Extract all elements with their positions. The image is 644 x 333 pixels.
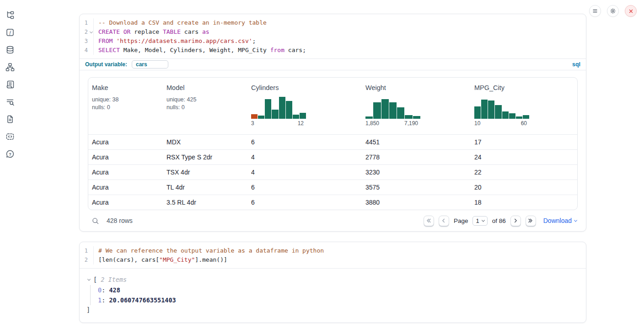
file-tree-icon[interactable] [5,10,15,20]
code-line[interactable]: 4SELECT Make, Model, Cylinders, Weight, … [80,46,586,55]
histogram-bar[interactable] [413,116,420,119]
code-line[interactable]: 1# We can reference the output variable … [80,246,586,255]
column-name: Make [92,84,159,91]
code-line[interactable]: 2CREATE OR replace TABLE cars as [80,27,586,37]
table-row[interactable]: AcuraRSX Type S 2dr4277824 [88,149,577,164]
line-number: 2 [80,255,94,264]
first-page-button[interactable] [424,216,434,226]
column-header-make[interactable]: Make unique: 38 nulls: 0 [88,78,163,134]
last-page-button[interactable] [526,216,536,226]
table-row[interactable]: AcuraTL 4dr6357520 [88,180,577,195]
table-body: AcuraMDX6445117AcuraRSX Type S 2dr427782… [88,134,577,210]
histogram-bar[interactable] [495,105,501,119]
page-label: Page [454,217,468,224]
code-line[interactable]: 1-- Download a CSV and create an in-memo… [80,18,586,27]
histogram-bar[interactable] [397,107,404,119]
code-text: SELECT Make, Model, Cylinders, Weight, M… [94,46,306,55]
table-cell: 18 [471,199,577,206]
column-header-cylinders[interactable]: Cylinders 312 [247,78,362,134]
output-variable-input[interactable] [132,60,168,69]
code-text: -- Download a CSV and create an in-memor… [94,18,267,27]
histogram-bar[interactable] [474,106,481,119]
download-label: Download [543,217,572,224]
histogram-bar[interactable] [279,97,285,119]
table-header: Make unique: 38 nulls: 0 Model unique: 4… [88,78,577,134]
histogram-bar[interactable] [381,99,389,119]
code-line[interactable]: 3FROM 'https://datasets.marimo.app/cars.… [80,37,586,46]
histogram-bar[interactable] [405,115,412,119]
previous-page-button[interactable] [439,216,449,226]
stat-unique: unique: 38 [92,96,159,104]
table-row[interactable]: AcuraTSX 4dr4323022 [88,164,577,180]
line-number: 1 [80,246,94,255]
variables-icon[interactable]: f [5,27,15,37]
hist-min-label: 1,850 [365,120,379,127]
shutdown-button[interactable] [625,5,637,17]
column-stats: unique: 38 nulls: 0 [92,96,159,111]
svg-text:?: ? [9,152,11,157]
settings-button[interactable] [607,5,619,17]
collapse-chevron-icon[interactable] [87,277,91,280]
database-icon[interactable] [5,45,15,55]
code-text: # We can reference the output variable a… [94,246,324,255]
histogram-bar[interactable] [509,113,515,119]
histogram-bar[interactable] [389,102,397,119]
code-line[interactable]: 2[len(cars), cars["MPG_City"].mean()] [80,255,586,264]
menu-button[interactable] [589,5,601,17]
column-header-weight[interactable]: Weight 1,8507,190 [362,78,471,134]
histogram-bar[interactable] [286,101,292,119]
dependency-graph-icon[interactable] [5,62,15,72]
histogram-bar[interactable] [516,116,522,119]
line-number: 4 [80,46,94,55]
language-badge[interactable]: sql [572,61,580,68]
help-icon[interactable]: ? [5,149,15,159]
sql-code-editor[interactable]: 1-- Download a CSV and create an in-memo… [80,14,586,58]
table-cell: MDX [163,138,247,146]
topbar-actions [589,5,637,17]
tree-entry: 1: 20.060747663551403 [98,295,578,305]
histogram-bar[interactable] [365,116,373,119]
histogram-bar[interactable] [265,99,271,119]
next-page-button[interactable] [510,216,521,226]
table-row[interactable]: AcuraMDX6445117 [88,134,577,149]
hist-min-label: 3 [251,120,254,127]
rows-count: 428 rows [107,217,133,224]
column-header-model[interactable]: Model unique: 425 nulls: 0 [163,78,247,134]
histogram-bar[interactable] [373,102,381,119]
histogram-bar[interactable] [293,115,299,119]
histogram-bar[interactable] [272,110,278,119]
histogram-bars [474,97,529,119]
tree-children: 0: 4281: 20.060747663551403 [90,285,578,305]
tree-entry: 0: 428 [98,285,578,295]
search-icon[interactable] [91,217,99,225]
histogram-bar[interactable] [488,100,494,119]
page-select[interactable]: 1 [472,216,487,226]
logs-icon[interactable] [5,97,15,107]
sql-cell-output: Make unique: 38 nulls: 0 Model unique: 4… [80,70,586,231]
hist-max-label: 7,190 [404,120,418,127]
histogram-bar[interactable] [251,114,258,119]
histogram-bar[interactable] [502,111,509,119]
tree-entry-key: 0 [98,286,102,294]
histogram-bar[interactable] [481,100,488,119]
histogram-bar[interactable] [258,116,264,119]
histogram-bar[interactable] [300,113,306,119]
cylinders-histogram: 312 [251,97,306,127]
snippets-icon[interactable] [5,132,15,142]
scratchpad-icon[interactable] [5,79,15,90]
table-row[interactable]: Acura3.5 RL 4dr6388018 [88,195,577,210]
documentation-icon[interactable] [5,114,15,124]
table-cell: 20 [471,184,577,191]
histogram-bar[interactable] [523,115,529,119]
download-button[interactable]: Download [543,217,577,224]
code-text: [len(cars), cars["MPG_City"].mean()] [94,255,227,264]
stat-unique: unique: 425 [166,96,244,104]
hist-min-label: 10 [474,120,480,127]
python-cell: 1# We can reference the output variable … [79,242,586,323]
tree-root: [ 2 Items [88,275,578,284]
fold-chevron-icon[interactable] [90,30,93,33]
python-code-editor[interactable]: 1# We can reference the output variable … [80,242,586,268]
hist-max-label: 60 [521,120,527,127]
column-header-mpg-city[interactable]: MPG_City 1060 [471,78,577,134]
column-name: MPG_City [474,84,574,91]
